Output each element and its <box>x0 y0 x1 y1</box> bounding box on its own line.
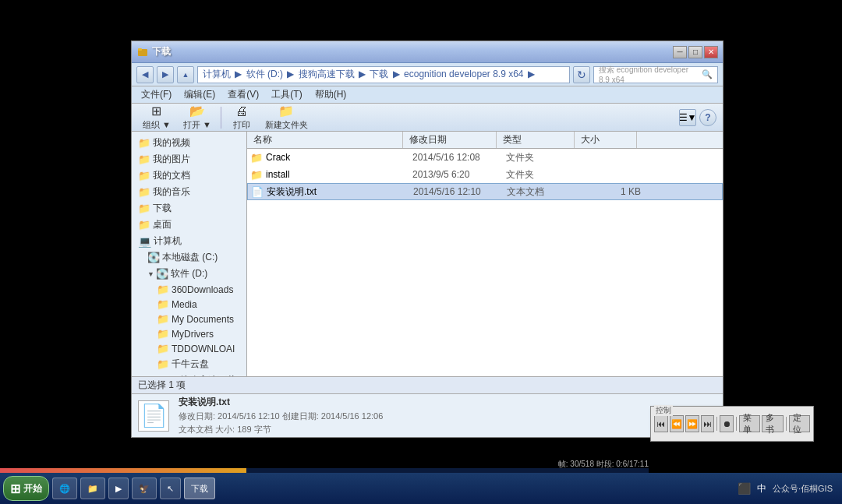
search-box: 搜索 ecognition developer 8.9 x64 🔍 <box>593 66 718 83</box>
sidebar-item-qiniu[interactable]: 📁 千牛云盘 <box>132 356 246 372</box>
folder-taskbar-icon: 📁 <box>87 484 98 494</box>
organize-button[interactable]: ⊞ 组织 ▼ <box>138 102 175 132</box>
cursor-taskbar-button[interactable]: ↖ <box>160 478 181 499</box>
table-row[interactable]: 📁 install 2013/9/5 6:20 文件夹 <box>247 166 723 183</box>
folder-icon: 📁 <box>250 152 263 164</box>
close-button[interactable]: ✕ <box>704 46 718 58</box>
sidebar-label-downloads: 下载 <box>153 202 172 215</box>
sidebar-item-tddownload[interactable]: 📁 TDDOWNLOAI <box>132 341 246 356</box>
address-path[interactable]: 计算机 ▶ 软件 (D:) ▶ 搜狗高速下载 ▶ 下载 ▶ ecognition… <box>197 66 570 83</box>
help-button[interactable]: ? <box>699 109 716 126</box>
ctrl-next-frame-button[interactable]: ⏭ <box>701 415 715 432</box>
preview-file-icon: 📄 <box>140 403 168 428</box>
open-label: 打开 ▼ <box>183 119 211 131</box>
ctrl-fast-forward-button[interactable]: ⏩ <box>685 415 699 432</box>
folder-icon: 📁 <box>138 137 150 149</box>
breadcrumb-download[interactable]: 下载 <box>370 69 388 79</box>
app-taskbar-button[interactable]: 🦅 <box>132 478 157 499</box>
sidebar-label-td: TDDOWNLOAI <box>172 344 235 354</box>
ctrl-count-button[interactable]: 多书 <box>762 415 783 432</box>
ctrl-menu-button[interactable]: 菜单 <box>739 415 760 432</box>
sidebar-item-videos[interactable]: 📁 我的视频 <box>132 135 246 151</box>
sidebar-item-computer[interactable]: 💻 计算机 <box>132 233 246 249</box>
new-folder-icon: 📁 <box>278 104 294 118</box>
maximize-button[interactable]: □ <box>688 46 702 58</box>
breadcrumb-computer[interactable]: 计算机 <box>203 69 231 79</box>
folder-icon: 📁 <box>138 203 150 214</box>
ctrl-record-button[interactable]: ⏺ <box>720 415 734 432</box>
toolbar-right: ☰▼ ? <box>679 109 716 126</box>
minimize-button[interactable]: ─ <box>673 46 687 58</box>
sidebar-label-pictures: 我的图片 <box>153 153 190 166</box>
table-row[interactable]: 📄 安装说明.txt 2014/5/16 12:10 文本文档 1 KB <box>247 183 723 200</box>
sidebar-item-pictures[interactable]: 📁 我的图片 <box>132 151 246 167</box>
media-taskbar-button[interactable]: ▶ <box>108 478 129 499</box>
active-window-taskbar-button[interactable]: 下载 <box>184 478 215 499</box>
sidebar-label-docs: 我的文档 <box>153 169 190 182</box>
breadcrumb-d[interactable]: 软件 (D:) <box>246 69 283 79</box>
ie-taskbar-button[interactable]: 🌐 <box>52 478 77 499</box>
folder-icon: 📁 <box>157 298 169 310</box>
ctrl-locate-button[interactable]: 定位 <box>789 415 810 432</box>
explorer-taskbar-button[interactable]: 📁 <box>80 478 105 499</box>
menu-edit[interactable]: 编辑(E) <box>178 86 221 103</box>
folder-icon: 📁 <box>250 169 263 181</box>
ctrl-rewind-button[interactable]: ⏪ <box>670 415 684 432</box>
toolbar: ⊞ 组织 ▼ 📂 打开 ▼ 🖨 打印 📁 新建文件夹 ☰▼ ? <box>132 104 723 132</box>
menu-tools[interactable]: 工具(T) <box>265 86 308 103</box>
sidebar-item-downloads[interactable]: 📁 下载 <box>132 200 246 217</box>
open-button[interactable]: 📂 打开 ▼ <box>179 102 216 132</box>
file-type: 文件夹 <box>506 151 584 164</box>
col-header-size[interactable]: 大小 <box>575 132 637 148</box>
col-header-name[interactable]: 名称 <box>247 132 403 148</box>
organize-icon: ⊞ <box>151 104 161 118</box>
sidebar-item-mydocs[interactable]: 📁 My Documents <box>132 312 246 326</box>
sidebar-label-music: 我的音乐 <box>153 185 190 199</box>
breadcrumb: 计算机 ▶ 软件 (D:) ▶ 搜狗高速下载 ▶ 下载 ▶ ecognition… <box>203 68 536 81</box>
sidebar-item-mydrivers[interactable]: 📁 MyDrivers <box>132 326 246 341</box>
back-button[interactable]: ◀ <box>136 66 154 83</box>
folder-icon: 📁 <box>157 313 169 325</box>
ctrl-prev-frame-button[interactable]: ⏮ <box>654 415 668 432</box>
txt-file-icon: 📄 <box>251 186 264 198</box>
file-name: Crack <box>266 152 412 163</box>
forward-button[interactable]: ▶ <box>157 66 174 83</box>
taskbar-watermark: 公众号·佰桐GIS <box>773 483 833 495</box>
view-dropdown-button[interactable]: ☰▼ <box>679 109 696 126</box>
taskbar: ⊞ 开始 🌐 📁 ▶ 🦅 ↖ 下载 ⬛ 中 公众号·佰桐GIS <box>0 473 842 504</box>
table-row[interactable]: 📁 Crack 2014/5/16 12:08 文件夹 <box>247 149 723 166</box>
sidebar-item-desktop[interactable]: 📁 桌面 <box>132 217 246 233</box>
sidebar-item-c-drive[interactable]: 💽 本地磁盘 (C:) <box>132 249 246 266</box>
sidebar-label-videos: 我的视频 <box>153 136 190 150</box>
up-button[interactable]: ▲ <box>177 66 194 83</box>
sidebar-item-d-drive[interactable]: ▼ 💽 软件 (D:) <box>132 266 246 282</box>
new-folder-button[interactable]: 📁 新建文件夹 <box>260 102 313 132</box>
file-date: 2013/9/5 6:20 <box>412 169 506 180</box>
sidebar-item-music[interactable]: 📁 我的音乐 <box>132 184 246 200</box>
menu-view[interactable]: 查看(V) <box>221 86 265 103</box>
folder-icon: 📁 <box>138 153 150 165</box>
title-bar: 下载 ─ □ ✕ <box>132 41 723 63</box>
file-type: 文件夹 <box>506 168 584 182</box>
windows-icon: ⊞ <box>10 481 20 496</box>
start-button[interactable]: ⊞ 开始 <box>3 476 49 501</box>
file-name: 安装说明.txt <box>267 185 413 199</box>
menu-help[interactable]: 帮助(H) <box>309 86 353 103</box>
sidebar-item-media[interactable]: 📁 Media <box>132 297 246 312</box>
refresh-button[interactable]: ↻ <box>573 66 590 83</box>
folder-icon: 📁 <box>138 219 150 231</box>
col-header-type[interactable]: 类型 <box>497 132 575 148</box>
menu-file[interactable]: 文件(F) <box>135 86 178 103</box>
breadcrumb-ecognition[interactable]: ecognition developer 8.9 x64 <box>404 69 523 79</box>
col-header-date[interactable]: 修改日期 <box>403 132 497 148</box>
breadcrumb-sogou[interactable]: 搜狗高速下载 <box>299 69 355 79</box>
expand-arrow-d[interactable]: ▼ <box>147 270 154 278</box>
print-button[interactable]: 🖨 打印 <box>226 103 257 132</box>
search-icon[interactable]: 🔍 <box>702 69 713 79</box>
sidebar-item-docs[interactable]: 📁 我的文档 <box>132 167 246 184</box>
preview-filename: 安装说明.txt <box>179 396 383 409</box>
folder-icon: 📁 <box>157 328 169 340</box>
preview-details1: 修改日期: 2014/5/16 12:10 创建日期: 2014/5/16 12… <box>179 411 383 422</box>
sidebar-label-mydrivers: MyDrivers <box>172 329 214 340</box>
sidebar-item-360downloads[interactable]: 📁 360Downloads <box>132 282 246 297</box>
